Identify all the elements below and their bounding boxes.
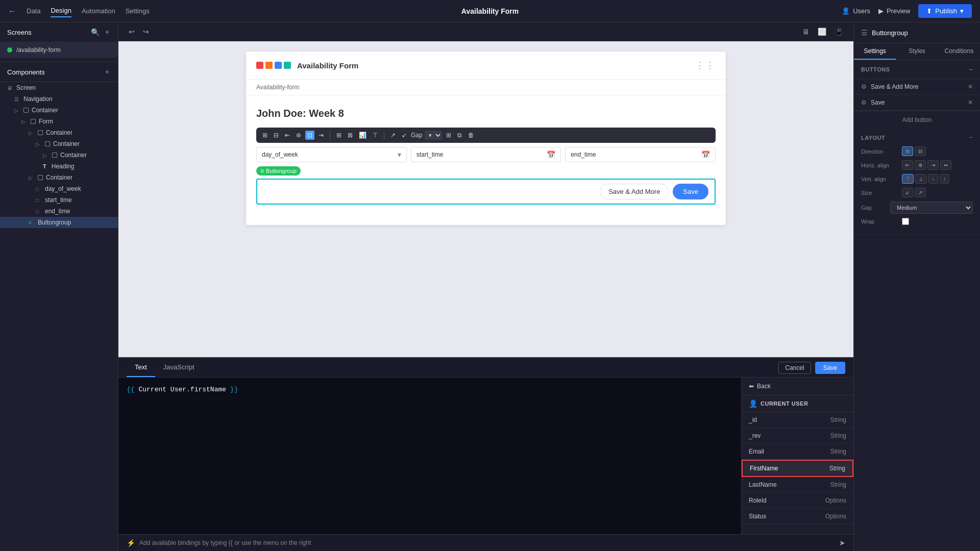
var-roleid[interactable]: RoleId Options xyxy=(742,493,853,509)
save-button[interactable]: Save xyxy=(673,184,708,199)
vert-middle-btn[interactable]: ⊥ xyxy=(915,174,927,184)
tab-javascript[interactable]: JavaScript xyxy=(155,358,203,377)
bottom-save-button[interactable]: Save xyxy=(815,362,845,374)
direction-cols-btn[interactable]: ⊟ xyxy=(915,146,926,156)
ft-grid1-button[interactable]: ⊞ xyxy=(260,131,270,140)
var-firstname[interactable]: FirstName String xyxy=(742,460,853,477)
ft-grid2-button[interactable]: ⊟ xyxy=(272,131,281,140)
add-button-btn[interactable]: Add button xyxy=(854,111,980,129)
var-email[interactable]: Email String xyxy=(742,444,853,460)
search-screens-button[interactable]: 🔍 xyxy=(91,28,100,37)
add-component-button[interactable]: ＋ xyxy=(104,67,111,77)
form-logo xyxy=(256,62,291,69)
tab-text[interactable]: Text xyxy=(127,358,155,377)
mobile-view-button[interactable]: 📱 xyxy=(832,27,845,37)
ft-chart-button[interactable]: 📊 xyxy=(357,131,369,140)
end-time-field[interactable]: end_time 📅 xyxy=(565,147,716,162)
tree-heading[interactable]: T Heading xyxy=(0,161,118,172)
button-item-save-add-more[interactable]: ⚙ Save & Add More ✕ xyxy=(854,79,980,95)
tree-container-2[interactable]: ▷ Container xyxy=(0,127,118,138)
wrap-checkbox[interactable] xyxy=(902,218,909,225)
collapse-buttons-icon[interactable]: − xyxy=(969,65,973,73)
button-item-save[interactable]: ⚙ Save ✕ xyxy=(854,95,980,111)
tree-container-4[interactable]: ▷ Container xyxy=(0,149,118,161)
tab-automation[interactable]: Automation xyxy=(82,5,115,17)
ft-align-center-v-button[interactable]: ⊛ xyxy=(294,131,303,140)
horiz-right-btn[interactable]: ⇥ xyxy=(927,160,939,170)
tab-settings[interactable]: Settings xyxy=(126,5,150,17)
publish-button[interactable]: ⬆ Publish ▾ xyxy=(918,4,972,18)
code-editor[interactable]: {{ Current User.firstName }} xyxy=(118,378,741,534)
back-button[interactable]: ← xyxy=(8,7,16,16)
right-tab-styles[interactable]: Styles xyxy=(896,43,938,60)
tree-navigation[interactable]: ☰ Navigation xyxy=(0,93,118,105)
tree-container-5[interactable]: ▷ Container xyxy=(0,172,118,183)
day-of-week-field[interactable]: day_of_week ▾ xyxy=(256,147,407,162)
right-tab-settings[interactable]: Settings xyxy=(854,43,896,60)
screen-item-availability[interactable]: /availability-form xyxy=(0,42,118,58)
ft-spacing-button[interactable]: ⊠ xyxy=(346,131,355,140)
ft-expand-button[interactable]: ↗ xyxy=(388,131,398,140)
ft-align-top-button[interactable]: ⊤ xyxy=(371,131,380,140)
tab-data[interactable]: Data xyxy=(27,5,40,17)
tab-design[interactable]: Design xyxy=(51,5,71,17)
logo-red xyxy=(256,62,263,69)
horiz-left-btn[interactable]: ⇤ xyxy=(902,160,913,170)
var-status[interactable]: Status Options xyxy=(742,509,853,524)
tree-container-1[interactable]: ▷ Container xyxy=(0,105,118,116)
var-rev[interactable]: _rev String xyxy=(742,428,853,444)
horiz-center-btn[interactable]: ⊛ xyxy=(915,160,926,170)
ft-gap-select[interactable]: ▾ xyxy=(425,131,442,140)
hint-arrow-icon[interactable]: ➤ xyxy=(839,539,845,547)
tree-day-of-week[interactable]: □ day_of_week xyxy=(0,183,118,194)
close-button-1[interactable]: ✕ xyxy=(968,83,973,90)
size-shrink-btn[interactable]: ↙ xyxy=(902,188,913,197)
redo-button[interactable]: ↪ xyxy=(141,27,151,37)
ft-shrink-button[interactable]: ↙ xyxy=(400,131,409,140)
screen-label: /availability-form xyxy=(16,46,61,54)
ft-align-left-button[interactable]: ⇤ xyxy=(283,131,292,140)
start-time-field[interactable]: start_time 📅 xyxy=(411,147,561,162)
vert-bottom-btn[interactable]: ↓ xyxy=(928,174,938,184)
undo-button[interactable]: ↩ xyxy=(127,27,137,37)
screens-actions: 🔍 ＋ xyxy=(91,28,111,37)
size-row: Size ↙ ↗ xyxy=(861,188,973,197)
desktop-view-button[interactable]: 🖥 xyxy=(800,27,812,37)
preview-button[interactable]: ▶ Preview xyxy=(878,7,910,15)
ft-copy-button[interactable]: ⧉ xyxy=(455,131,464,140)
ft-grid3-button[interactable]: ⊞ xyxy=(444,131,453,140)
tablet-view-button[interactable]: ⬜ xyxy=(816,27,828,37)
right-tab-conditions[interactable]: Conditions xyxy=(938,43,980,60)
vert-spread-btn[interactable]: ↕ xyxy=(940,174,949,184)
heading-tree-icon: T xyxy=(43,163,46,169)
tree-end-time[interactable]: □ end_time xyxy=(0,206,118,217)
direction-rows-btn[interactable]: ⊞ xyxy=(902,146,913,156)
close-button-2[interactable]: ✕ xyxy=(968,99,973,106)
tree-screen[interactable]: 🖥 Screen xyxy=(0,82,118,93)
code-open-brace: {{ xyxy=(127,386,135,393)
right-tabs: Settings Styles Conditions xyxy=(854,43,980,60)
size-expand-btn[interactable]: ↗ xyxy=(915,188,926,197)
var-lastname[interactable]: LastName String xyxy=(742,477,853,493)
vert-top-btn[interactable]: ⊤ xyxy=(902,174,914,184)
form-menu-icon[interactable]: ⋮⋮ xyxy=(695,60,716,71)
horiz-spread-btn[interactable]: ⇔ xyxy=(940,160,951,170)
ft-padding-button[interactable]: ⊞ xyxy=(334,131,344,140)
gap-select[interactable]: Medium Small Large xyxy=(890,202,973,214)
tree-container-3[interactable]: ▷ Container xyxy=(0,138,118,149)
cancel-button[interactable]: Cancel xyxy=(778,362,811,374)
back-button-var[interactable]: ⬅ Back xyxy=(742,378,853,395)
add-screen-button[interactable]: ＋ xyxy=(104,28,111,37)
save-add-more-button[interactable]: Save & Add More xyxy=(600,184,669,199)
tree-start-time[interactable]: □ start_time xyxy=(0,194,118,206)
var-id[interactable]: _id String xyxy=(742,412,853,428)
users-button[interactable]: 👤 Users xyxy=(842,7,870,15)
ft-delete-button[interactable]: 🗑 xyxy=(466,131,476,140)
tree-form[interactable]: ▷ Form xyxy=(0,116,118,127)
ft-align-center-h-button[interactable]: ⊡ xyxy=(305,131,314,140)
collapse-layout-icon[interactable]: − xyxy=(969,134,973,141)
ft-align-right-button[interactable]: ⇥ xyxy=(316,131,326,140)
publish-chevron-icon: ▾ xyxy=(960,7,964,15)
tree-buttongroup[interactable]: ≡ Buttongroup xyxy=(0,217,118,228)
wrap-row: Wrap xyxy=(861,218,973,225)
